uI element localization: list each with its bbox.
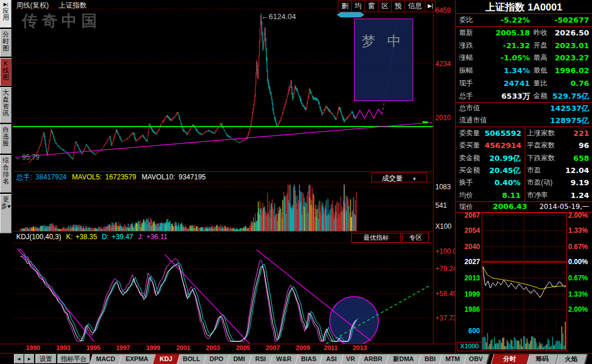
indicator-tab-bbi[interactable]: BBI (420, 354, 441, 364)
nav-next-button[interactable]: ► (24, 354, 34, 363)
x-axis-year-2009: 2009 (293, 344, 313, 351)
quote-label: 卖金额 (459, 152, 480, 164)
toolbar-button-ma[interactable]: 均 (352, 1, 365, 12)
indicator-tab-bias[interactable]: BIAS (297, 354, 321, 364)
weibi-value: -5.22% (482, 14, 530, 26)
volume-header: 总手:38417924 MAVOL5:16723579 MAVOL10:9347… (13, 171, 433, 182)
kdj-formula: KDJ(100,40,3) (16, 233, 61, 241)
x-axis-years: 1990199319951997199920012003200520072009… (13, 344, 455, 353)
quote-value: 9.19 (537, 176, 589, 189)
indicator-tab-rsi[interactable]: RSI (250, 354, 271, 364)
x-axis-year-2007: 2007 (262, 344, 283, 351)
sidebar-item-ranking[interactable]: 综合排名 (0, 155, 12, 193)
toolbar-button-zone[interactable]: 区 (378, 1, 392, 12)
toolbar-button-delete[interactable]: 删 (338, 1, 352, 12)
indicator-tab-asi[interactable]: ASI (321, 354, 342, 364)
kdj-d-value: +39.47 (111, 233, 133, 241)
mavol10-label: MAVOL10: (142, 173, 175, 181)
zone-button[interactable]: 专区 (402, 233, 429, 243)
quote-cap-row: 总市值142537亿 (456, 102, 592, 114)
indicator-tab-boll[interactable]: BOLL (178, 354, 205, 364)
quote-label: 涨幅 (459, 52, 473, 64)
indicator-tab-dpo[interactable]: DPO (205, 354, 228, 364)
quote-value: 658 (537, 152, 589, 164)
quote-value: 6533万 (482, 90, 530, 102)
panel-tab-fenshi[interactable]: 分时 (492, 354, 527, 364)
vol-axis-541: 541 (435, 201, 447, 210)
x-axis-year-2001: 2001 (173, 344, 194, 351)
indicator-tab-w&r[interactable]: W&R (271, 354, 297, 364)
quote-row: 委卖量5065592上涨家数221 (456, 127, 592, 139)
sidebar-item-watchlist[interactable]: 自选股 (0, 124, 12, 154)
indicator-tab-macd[interactable]: MACD (91, 354, 120, 364)
chevron-down-icon: ▼ (412, 176, 417, 182)
nav-prev-button[interactable]: ◄ (14, 354, 24, 363)
quote-label: 买金额 (459, 164, 480, 176)
quote-label: 委买量 (459, 139, 480, 152)
x-axis-year-2003: 2003 (203, 344, 223, 351)
quote-panel: 上证指数 1A0001 委比 -5.22% -502677 最新2005.18昨… (455, 0, 592, 353)
zongshou-value: 38417924 (35, 173, 66, 181)
sidebar-item-label: 综合排名 (3, 157, 9, 185)
intraday-left-axis: 2013 (456, 274, 480, 282)
quote-value: 1.24 (537, 189, 589, 201)
kdj-chart[interactable] (13, 244, 433, 344)
sidebar-item-more[interactable]: 更多▾ (0, 194, 12, 233)
intraday-chart[interactable] (482, 212, 567, 351)
indicator-dropdown[interactable]: 成交量▼ (371, 172, 427, 182)
quote-row: 买金额20.45亿市盈12.04 (456, 164, 592, 176)
indicator-platform-button[interactable]: 指标平台 (57, 354, 90, 363)
quote-value: 12.04 (537, 164, 589, 176)
indicator-tab-新dma[interactable]: 新DMA (387, 354, 420, 364)
chart-symbol-label: 上证指数 (59, 1, 86, 9)
kdj-k-value: +38.35 (75, 233, 97, 241)
indicator-tab-obv[interactable]: OBV (465, 354, 487, 364)
toolbar-button-window[interactable]: 窗 (365, 1, 378, 12)
panel-tab-huoyan[interactable]: 火焰 (557, 354, 585, 364)
current-price-value: 2006.43 (493, 201, 527, 212)
sidebar-item-label: 更多▾ (1, 196, 11, 210)
quote-label: 振幅 (459, 64, 473, 77)
settings-button[interactable]: 设置 (35, 354, 56, 363)
weibi-label: 委比 (459, 14, 473, 26)
toolbar-next-icon[interactable]: ▶| (425, 1, 435, 12)
indicator-dropdown-value: 成交量 (382, 174, 403, 182)
quote-label: 总手 (459, 90, 473, 102)
cursor-arrow-icon (337, 12, 364, 17)
chart-area: 周线(复权) 上证指数 传奇中国 ←6124.04 ←95.79 梦中 删均窗区… (13, 0, 455, 353)
column-divider (525, 127, 525, 201)
indicator-tab-dmi[interactable]: DMI (228, 354, 250, 364)
quote-value: -21.32 (482, 39, 530, 52)
toolbar-button-info[interactable]: 信息 (405, 1, 425, 12)
quote-label: 最新 (459, 27, 473, 39)
indicator-tab-kdj[interactable]: KDJ (154, 354, 178, 364)
mavol5-value: 16723579 (105, 173, 136, 181)
indicator-tab-vr[interactable]: VR (342, 354, 359, 364)
quote-row: 卖金额20.99亿下跌家数658 (456, 152, 592, 164)
quote-value: 1.34% (482, 64, 530, 77)
x-axis-year-1999: 1999 (143, 344, 164, 351)
quote-row: 涨跌-21.32开盘2023.01 (456, 39, 592, 52)
main-axis-2010: 2010 (435, 114, 451, 122)
indicator-tab-arbr[interactable]: ARBR (359, 354, 387, 364)
best-indicator-button[interactable]: 最优指标 (351, 233, 401, 243)
intraday-right-axis: 0.67% (568, 243, 588, 251)
quote-cap-row: 流通市值128975亿 (456, 114, 592, 127)
quote-row: 委买量4562914平盘家数96 (456, 139, 592, 152)
intraday-left-axis: 1986 (456, 305, 480, 313)
quote-value: 1996.02 (537, 64, 589, 77)
sidebar: ▶|应用分时图K线图大盘资讯自选股综合排名更多▾ (0, 0, 13, 364)
indicator-tab-mtm[interactable]: MTM (441, 354, 465, 364)
intraday-right-axis: 1.33% (568, 226, 588, 235)
toolbar-button-forecast[interactable]: 预 (392, 1, 405, 12)
sidebar-item-market-news[interactable]: 大盘资讯 (0, 87, 12, 123)
sidebar-item-intraday-chart[interactable]: 分时图 (0, 29, 12, 57)
volume-chart[interactable] (13, 183, 433, 232)
x-axis-year-2005: 2005 (233, 344, 254, 351)
panel-tab-chouma[interactable]: 筹码 (528, 354, 556, 364)
quote-row: 振幅1.34%最低1996.02 (456, 64, 592, 77)
sidebar-item-app[interactable]: ▶|应用 (0, 0, 12, 28)
sidebar-item-kline-chart[interactable]: K线图 (0, 58, 12, 86)
quote-value: 142537亿 (537, 102, 589, 114)
indicator-tab-expma[interactable]: EXPMA (120, 354, 154, 364)
